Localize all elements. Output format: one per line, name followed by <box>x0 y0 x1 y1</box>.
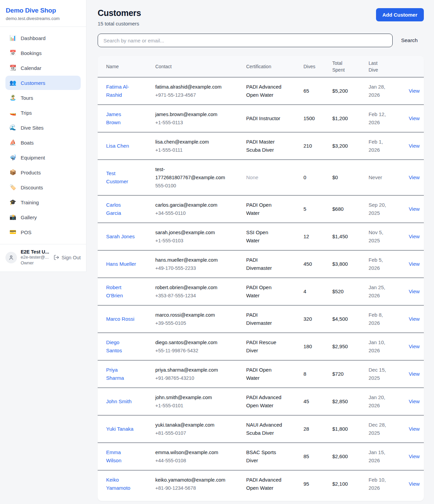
user-name: E2E Test U... <box>21 249 50 255</box>
customer-last-dive: Feb 5, 2026 <box>369 256 388 272</box>
customer-email: lisa.chen@example.com <box>155 138 230 146</box>
search-input[interactable] <box>98 34 393 47</box>
sign-out-label: Sign Out <box>62 255 81 260</box>
customer-name-link[interactable]: Fatima Al-Rashid <box>106 83 137 99</box>
view-customer-link[interactable]: View <box>409 115 419 121</box>
view-customer-link[interactable]: View <box>409 174 419 180</box>
customer-certification: NAUI Advanced Scuba Diver <box>246 421 283 437</box>
customer-dives: 12 <box>303 223 332 250</box>
customer-certification: PADI Rescue Diver <box>246 338 283 355</box>
sidebar-item-dive-sites[interactable]: 🌊 Dive Sites <box>5 120 81 135</box>
sidebar-item-equipment[interactable]: 🤿 Equipment <box>5 150 81 165</box>
table-row: Sarah Jones sarah.jones@example.com +1-5… <box>98 223 424 250</box>
sidebar-item-gallery[interactable]: 📸 Gallery <box>5 210 81 224</box>
customer-dives: 45 <box>303 388 332 415</box>
customer-name-link[interactable]: Priya Sharma <box>106 366 137 382</box>
customers-table-card: Name Contact Certification Dives Total S… <box>98 56 424 501</box>
customer-name-link[interactable]: John Smith <box>106 397 132 406</box>
user-role: Owner <box>21 260 50 266</box>
customer-name-link[interactable]: James Brown <box>106 110 137 127</box>
sign-out-button[interactable]: Sign Out <box>54 255 81 260</box>
customer-last-dive: Jan 28, 2026 <box>369 83 388 99</box>
sidebar-item-boats[interactable]: ⛵ Boats <box>5 135 81 150</box>
customer-phone: +44-555-0108 <box>155 456 246 465</box>
page-header: Customers 15 total customers Add Custome… <box>98 8 424 26</box>
customer-certification: None <box>246 173 258 182</box>
customer-name-link[interactable]: Keiko Yamamoto <box>106 476 137 492</box>
sidebar-item-pos[interactable]: 💳 POS <box>5 225 81 239</box>
customer-name-link[interactable]: Marco Rossi <box>106 315 134 323</box>
customer-email: james.brown@example.com <box>155 110 230 118</box>
view-customer-link[interactable]: View <box>409 453 419 459</box>
customer-name-link[interactable]: Carlos Garcia <box>106 201 137 217</box>
customer-total-spent: $1,200 <box>332 105 369 132</box>
customer-phone: +1-555-0101 <box>155 402 246 410</box>
sidebar-item-products[interactable]: 📦 Products <box>5 165 81 180</box>
customer-dives: 210 <box>303 132 332 160</box>
person-icon <box>8 255 14 261</box>
view-customer-link[interactable]: View <box>409 288 419 294</box>
customer-certification: PADI Master Scuba Diver <box>246 138 283 154</box>
customer-last-dive: Jan 15, 2026 <box>369 448 388 465</box>
tear-off-calendar-icon: 📆 <box>9 65 16 71</box>
customer-phone: +49-170-555-2233 <box>155 264 246 272</box>
customer-dives: 65 <box>303 77 332 105</box>
customer-name-link[interactable]: Robert O'Brien <box>106 283 137 300</box>
column-header-contact: Contact <box>155 56 246 77</box>
column-header-dives: Dives <box>303 56 332 77</box>
view-customer-link[interactable]: View <box>409 88 419 94</box>
customer-count: 15 total customers <box>98 21 141 26</box>
sidebar-item-customers[interactable]: 👥 Customers <box>5 76 81 90</box>
customer-name-link[interactable]: Lisa Chen <box>106 142 129 150</box>
customer-last-dive: Feb 1, 2026 <box>369 138 388 154</box>
customer-email: hans.mueller@example.com <box>155 256 230 264</box>
table-row: Carlos Garcia carlos.garcia@example.com … <box>98 195 424 223</box>
view-customer-link[interactable]: View <box>409 371 419 377</box>
sidebar-item-trips[interactable]: 🚤 Trips <box>5 106 81 120</box>
sidebar-item-calendar[interactable]: 📆 Calendar <box>5 61 81 75</box>
sign-out-icon <box>54 255 59 260</box>
camera-flash-icon: 📸 <box>9 214 16 220</box>
customer-name-link[interactable]: Diego Santos <box>106 338 137 355</box>
view-customer-link[interactable]: View <box>409 206 419 212</box>
sidebar-item-dashboard[interactable]: 📊 Dashboard <box>5 31 81 45</box>
sidebar-header: Demo Dive Shop demo.test.divestreams.com <box>0 0 86 27</box>
sidebar-item-training[interactable]: 🎓 Training <box>5 195 81 209</box>
customer-email: john.smith@example.com <box>155 393 230 402</box>
customer-name-link[interactable]: Sarah Jones <box>106 232 135 241</box>
avatar <box>5 252 17 263</box>
search-button[interactable]: Search <box>393 35 424 46</box>
view-customer-link[interactable]: View <box>409 343 419 349</box>
view-customer-link[interactable]: View <box>409 234 419 239</box>
view-customer-link[interactable]: View <box>409 316 419 322</box>
customer-name-link[interactable]: Test Customer <box>106 169 137 186</box>
customer-last-dive: Nov 5, 2025 <box>369 228 388 245</box>
add-customer-button[interactable]: Add Customer <box>376 8 424 21</box>
wave-icon: 🌊 <box>9 125 16 130</box>
graduation-cap-icon: 🎓 <box>9 200 16 205</box>
customer-total-spent: $2,850 <box>332 388 369 415</box>
table-row: Priya Sharma priya.sharma@example.com +9… <box>98 360 424 388</box>
view-customer-link[interactable]: View <box>409 481 419 487</box>
view-customer-link[interactable]: View <box>409 143 419 149</box>
customer-email: robert.obrien@example.com <box>155 283 230 292</box>
customer-total-spent: $2,600 <box>332 443 369 470</box>
bar-chart-icon: 📊 <box>9 35 16 41</box>
sidebar-item-tours[interactable]: 🏝️ Tours <box>5 91 81 105</box>
customer-certification: PADI Advanced Open Water <box>246 476 283 492</box>
customer-total-spent: $3,800 <box>332 250 369 278</box>
view-customer-link[interactable]: View <box>409 261 419 267</box>
customer-phone: +1-555-0111 <box>155 146 246 154</box>
customer-name-link[interactable]: Emma Wilson <box>106 448 137 465</box>
view-customer-link[interactable]: View <box>409 426 419 432</box>
customer-certification: PADI Divemaster <box>246 311 283 327</box>
customer-name-link[interactable]: Hans Mueller <box>106 260 136 268</box>
customer-total-spent: $1,800 <box>332 415 369 443</box>
customer-certification: PADI Instructor <box>246 114 280 123</box>
view-customer-link[interactable]: View <box>409 398 419 404</box>
customer-name-link[interactable]: Yuki Tanaka <box>106 425 134 433</box>
table-row: Lisa Chen lisa.chen@example.com +1-555-0… <box>98 132 424 160</box>
column-header-total-spent: Total Spent <box>332 56 369 77</box>
sidebar-item-discounts[interactable]: 🏷️ Discounts <box>5 180 81 194</box>
sidebar-item-bookings[interactable]: 📅 Bookings <box>5 46 81 60</box>
